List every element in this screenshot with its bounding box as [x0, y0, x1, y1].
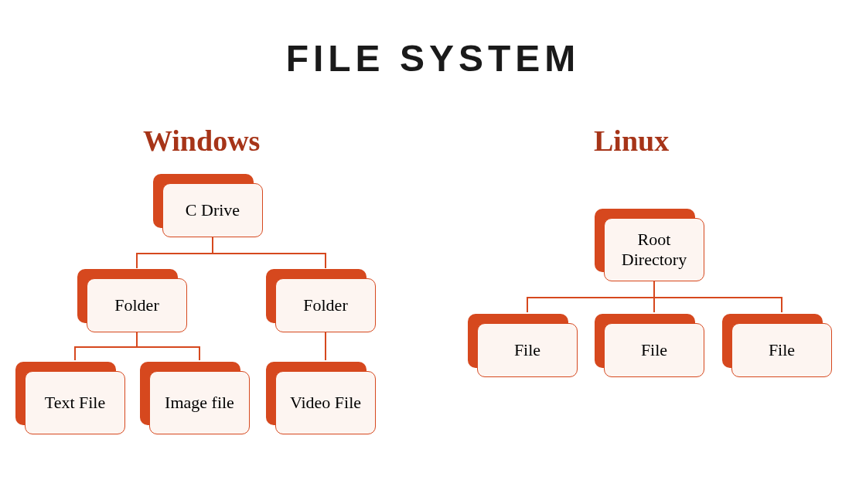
node-label: Root Directory	[604, 218, 704, 281]
node-windows-imagefile: Image file	[149, 371, 250, 434]
connector	[325, 332, 326, 360]
connector	[74, 346, 199, 348]
connector	[325, 253, 326, 268]
node-label: File	[477, 323, 578, 377]
node-linux-file1: File	[477, 323, 578, 377]
node-linux-root: Root Directory	[604, 218, 704, 281]
node-label: Folder	[87, 278, 187, 332]
node-windows-folder2: Folder	[275, 278, 376, 332]
node-label: File	[731, 323, 832, 377]
node-label: Video File	[275, 371, 376, 434]
node-label: C Drive	[162, 183, 263, 237]
node-linux-file3: File	[731, 323, 832, 377]
connector	[653, 281, 655, 297]
heading-linux: Linux	[594, 124, 669, 158]
connector	[74, 346, 76, 360]
connector	[136, 332, 138, 346]
connector	[212, 237, 213, 253]
page-title: FILE SYSTEM	[0, 37, 866, 80]
node-windows-textfile: Text File	[25, 371, 125, 434]
node-windows-root: C Drive	[162, 183, 263, 237]
connector	[653, 297, 655, 312]
connector	[136, 253, 138, 268]
node-label: Text File	[25, 371, 125, 434]
node-label: Folder	[275, 278, 376, 332]
node-label: File	[604, 323, 704, 377]
connector	[199, 346, 200, 360]
connector	[781, 297, 782, 312]
node-windows-videofile: Video File	[275, 371, 376, 434]
node-windows-folder1: Folder	[87, 278, 187, 332]
node-linux-file2: File	[604, 323, 704, 377]
node-label: Image file	[149, 371, 250, 434]
connector	[527, 297, 528, 312]
heading-windows: Windows	[143, 124, 260, 158]
connector	[136, 253, 326, 254]
